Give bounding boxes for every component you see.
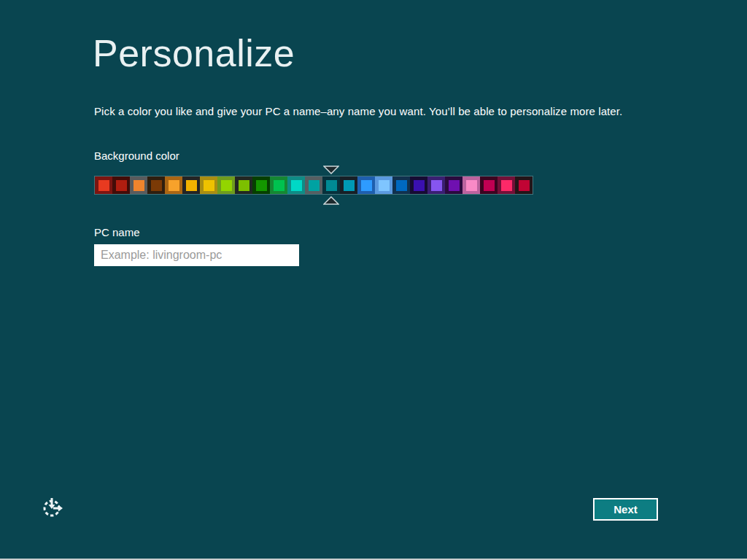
color-swatch-20[interactable]: [427, 176, 445, 194]
color-swatch-inner: [379, 180, 390, 191]
color-swatch-inner: [291, 180, 302, 191]
next-button[interactable]: Next: [593, 498, 658, 521]
color-swatch-4[interactable]: [147, 176, 165, 194]
color-swatch-inner: [98, 180, 109, 191]
color-swatch-12[interactable]: [287, 176, 305, 194]
color-swatch-inner: [133, 180, 144, 191]
color-swatch-inner: [186, 180, 197, 191]
color-swatch-21[interactable]: [445, 176, 462, 194]
background-color-label: Background color: [94, 149, 179, 162]
color-swatch-inner: [116, 180, 127, 191]
color-swatch-inner: [414, 180, 425, 191]
color-swatch-inner: [274, 180, 285, 191]
color-swatch-9[interactable]: [235, 176, 252, 194]
page-title: Personalize: [93, 34, 295, 74]
color-swatch-15[interactable]: [340, 176, 357, 194]
page-subtitle: Pick a color you like and give your PC a…: [94, 105, 622, 117]
color-swatch-inner: [221, 180, 232, 191]
color-swatch-inner: [169, 180, 179, 191]
slider-marker-top[interactable]: [323, 166, 339, 174]
color-swatch-inner: [309, 180, 320, 191]
color-swatch-inner: [501, 180, 512, 191]
color-swatch-6[interactable]: [182, 176, 200, 194]
color-swatch-7[interactable]: [200, 176, 217, 194]
color-swatch-10[interactable]: [252, 176, 270, 194]
color-swatch-1[interactable]: [95, 176, 112, 194]
color-swatch-19[interactable]: [410, 176, 427, 194]
background-color-picker: [94, 176, 533, 195]
color-swatch-inner: [484, 180, 495, 191]
color-swatch-3[interactable]: [130, 176, 147, 194]
color-swatch-17[interactable]: [375, 176, 392, 194]
color-swatch-inner: [256, 180, 267, 191]
pc-name-input[interactable]: [94, 244, 299, 266]
color-swatch-16[interactable]: [357, 176, 375, 194]
color-swatch-11[interactable]: [270, 176, 287, 194]
color-swatch-18[interactable]: [392, 176, 410, 194]
slider-marker-bottom[interactable]: [323, 196, 339, 205]
color-swatch-inner: [239, 180, 249, 191]
color-swatch-14[interactable]: [322, 176, 340, 194]
color-swatch-inner: [449, 180, 460, 191]
color-swatch-inner: [431, 180, 442, 191]
color-swatch-22[interactable]: [462, 176, 480, 194]
color-swatch-inner: [396, 180, 407, 191]
color-swatch-8[interactable]: [217, 176, 235, 194]
color-swatch-25[interactable]: [515, 176, 533, 194]
color-strip[interactable]: [94, 176, 533, 195]
color-swatch-13[interactable]: [305, 176, 322, 194]
color-swatch-inner: [204, 180, 214, 191]
color-swatch-inner: [466, 180, 477, 191]
color-swatch-24[interactable]: [498, 176, 515, 194]
color-swatch-inner: [151, 180, 162, 191]
color-swatch-5[interactable]: [165, 176, 182, 194]
color-swatch-inner: [519, 180, 530, 191]
color-swatch-inner: [361, 180, 372, 191]
ease-of-access-icon[interactable]: [41, 496, 64, 519]
pc-name-label: PC name: [94, 226, 140, 238]
color-swatch-inner: [344, 180, 355, 191]
color-swatch-23[interactable]: [480, 176, 498, 194]
color-swatch-inner: [326, 180, 337, 191]
color-swatch-2[interactable]: [112, 176, 130, 194]
